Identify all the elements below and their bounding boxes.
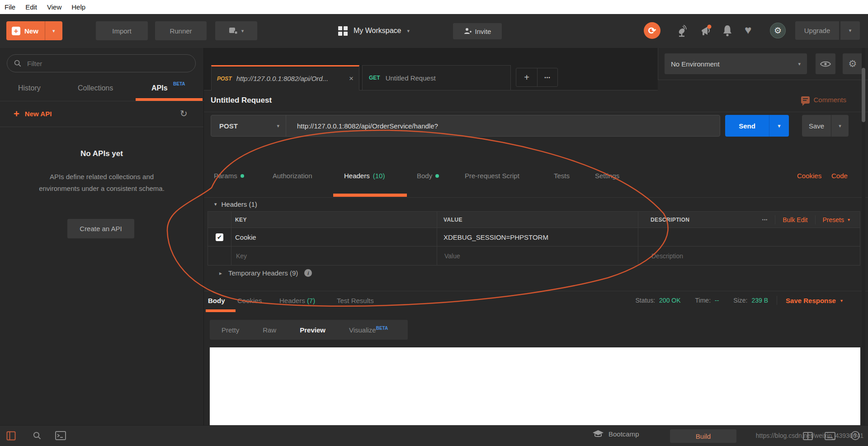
bulk-edit-link[interactable]: Bulk Edit (783, 216, 807, 223)
tab-get-request[interactable]: GET Untitled Request (362, 65, 511, 90)
filter-input[interactable] (26, 59, 177, 68)
settings-gear-icon[interactable]: ⚙ (770, 23, 786, 38)
sync-status-icon[interactable]: ⟳ (644, 22, 660, 39)
menu-view[interactable]: View (47, 3, 66, 11)
chevron-down-icon: ▾ (778, 123, 781, 129)
url-input[interactable] (286, 115, 720, 136)
key-cell[interactable]: Cookie (231, 228, 437, 246)
workspace-switcher[interactable]: My Workspace ▾ (338, 21, 410, 40)
key-input[interactable] (235, 252, 418, 260)
refresh-icon[interactable]: ↻ (180, 108, 188, 119)
tab-label: Settings (595, 172, 619, 180)
more-options-icon[interactable]: ••• (762, 218, 768, 222)
invite-person-icon (464, 28, 472, 35)
row-checkbox-cell (208, 247, 231, 265)
headers-section-toggle[interactable]: ▾ Headers (1) (214, 200, 257, 208)
tab-headers[interactable]: Headers(10) (344, 172, 385, 180)
checkbox-checked[interactable]: ✔ (216, 233, 223, 241)
environment-settings-button[interactable]: ⚙ (843, 53, 863, 74)
request-title: Untitled Request (211, 96, 272, 105)
chevron-down-icon: ▾ (848, 217, 850, 222)
method-select[interactable]: POST ▾ (211, 115, 286, 136)
save-response-button[interactable]: Save Response ▾ (786, 297, 843, 304)
presets-dropdown[interactable]: Presets▾ (823, 216, 850, 223)
sidebar-toggle-icon[interactable] (6, 431, 16, 442)
new-window-button[interactable]: ▾ (215, 21, 257, 40)
description-column-header: DESCRIPTION ••• Bulk Edit Presets▾ (638, 212, 860, 228)
import-label: Import (112, 27, 132, 35)
api-network-icon[interactable] (677, 25, 689, 39)
upgrade-dropdown-button[interactable]: ▾ (840, 21, 860, 40)
view-tab-preview[interactable]: Preview (300, 326, 326, 334)
sidebar-tab-history[interactable]: History (18, 84, 41, 92)
method-badge-get: GET (369, 75, 380, 81)
value-cell[interactable]: XDEBUG_SESSION=PHPSTORM (437, 228, 638, 246)
scrollbar-thumb[interactable] (862, 68, 865, 122)
tab-settings[interactable]: Settings (595, 172, 619, 180)
notifications-bell-icon[interactable] (722, 24, 733, 39)
heart-icon[interactable]: ♥ (745, 24, 751, 36)
menu-edit[interactable]: Edit (25, 3, 42, 11)
send-label: Send (739, 122, 755, 130)
create-api-button[interactable]: Create an API (67, 219, 134, 238)
send-button[interactable]: Send (725, 115, 769, 137)
save-dropdown-button[interactable]: ▾ (831, 115, 849, 137)
new-button[interactable]: + New (6, 21, 45, 40)
tab-body[interactable]: Body (417, 172, 439, 180)
open-new-tab-button[interactable]: + (516, 68, 538, 86)
eye-icon (820, 60, 831, 68)
response-tab-headers[interactable]: Headers (7) (279, 297, 315, 304)
headers-count: (10) (373, 172, 385, 180)
save-response-label: Save Response (786, 297, 836, 304)
response-view-tabs: Pretty Raw Preview VisualizeBETA (210, 320, 408, 340)
description-cell[interactable] (638, 228, 860, 246)
view-tab-pretty[interactable]: Pretty (222, 326, 239, 334)
response-tab-test-results[interactable]: Test Results (337, 297, 374, 304)
workspace-grid-icon (338, 26, 348, 36)
save-button[interactable]: Save (802, 115, 831, 137)
tab-tests[interactable]: Tests (554, 172, 570, 180)
environment-preview-button[interactable] (816, 53, 835, 74)
value-input[interactable] (443, 252, 620, 260)
col-label: KEY (235, 217, 247, 223)
code-link[interactable]: Code (831, 172, 848, 180)
find-icon[interactable] (33, 431, 42, 442)
menu-file[interactable]: File (5, 3, 20, 11)
tab-label: Headers (344, 172, 370, 180)
green-dot (241, 174, 244, 178)
sync-arrows-glyph: ⟳ (648, 25, 656, 36)
tab-actions: + ••• (516, 68, 558, 87)
comments-button[interactable]: Comments (801, 96, 846, 104)
filter-box (7, 54, 196, 72)
runner-button[interactable]: Runner (155, 21, 207, 40)
tab-options-button[interactable]: ••• (538, 68, 557, 86)
view-tab-raw[interactable]: Raw (263, 326, 276, 334)
view-tab-visualize[interactable]: VisualizeBETA (349, 326, 388, 334)
send-dropdown-button[interactable]: ▾ (769, 115, 789, 137)
response-tab-body[interactable]: Body (208, 297, 225, 304)
response-tab-cookies[interactable]: Cookies (237, 297, 262, 304)
new-dropdown-button[interactable]: ▾ (45, 21, 62, 40)
close-icon[interactable]: × (349, 74, 354, 83)
upgrade-button[interactable]: Upgrade (795, 21, 839, 40)
environment-select[interactable]: No Environment ▾ (665, 53, 807, 74)
new-api-row[interactable]: + New API ↻ (0, 101, 203, 127)
tab-prerequest-script[interactable]: Pre-request Script (465, 172, 519, 180)
tab-params[interactable]: Params (214, 172, 244, 180)
announcement-icon[interactable] (700, 24, 712, 39)
cookies-link[interactable]: Cookies (797, 172, 821, 180)
menu-help[interactable]: Help (71, 3, 90, 11)
invite-button[interactable]: Invite (453, 23, 502, 39)
temporary-headers-toggle[interactable]: ▸ Temporary Headers (9) i (219, 269, 312, 277)
tab-authorization[interactable]: Authorization (273, 172, 312, 180)
bootcamp-button[interactable]: Bootcamp (592, 429, 639, 438)
sidebar-tab-apis[interactable]: APIs (151, 84, 168, 92)
console-icon[interactable] (55, 431, 66, 442)
size-value: 239 B (751, 297, 768, 304)
tab-post-request[interactable]: POST http://127.0.0.1:8082/api/Ord... × (211, 65, 359, 90)
sidebar-tab-collections[interactable]: Collections (78, 84, 113, 92)
import-button[interactable]: Import (96, 21, 148, 40)
info-icon[interactable]: i (304, 269, 312, 277)
description-input[interactable] (651, 252, 841, 260)
build-button[interactable]: Build (670, 429, 736, 443)
